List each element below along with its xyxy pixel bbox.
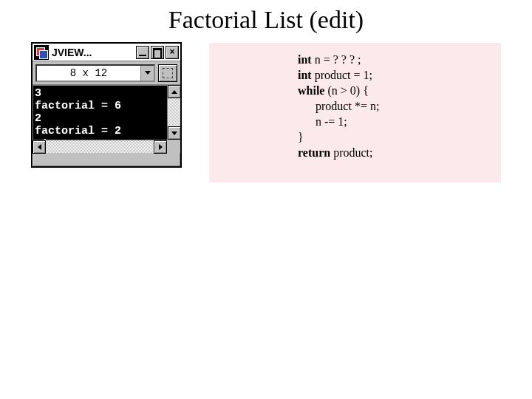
- jview-window: JVIEW... × 8 x 12 3 factorial = 6 2 fact…: [31, 42, 182, 168]
- code-text: product = 1;: [312, 69, 372, 81]
- code-line: return product;: [298, 145, 494, 160]
- code-text: product;: [330, 146, 372, 159]
- keyword: int: [298, 53, 312, 66]
- titlebar[interactable]: JVIEW... ×: [33, 44, 180, 61]
- code-line: n -= 1;: [298, 114, 494, 129]
- close-button[interactable]: ×: [166, 46, 179, 59]
- minimize-button[interactable]: [136, 46, 149, 59]
- scroll-up-button[interactable]: [168, 85, 181, 98]
- system-menu-icon[interactable]: [34, 45, 49, 60]
- keyword: return: [298, 146, 330, 159]
- font-size-value: 8 x 12: [37, 66, 140, 81]
- output-line: 3: [35, 87, 41, 100]
- code-panel: int n = ? ? ? ; int product = 1; while (…: [209, 43, 501, 183]
- code-line: }: [298, 129, 494, 145]
- output-line: factorial = 2: [35, 125, 121, 137]
- code-text: (n > 0) {: [324, 84, 368, 97]
- maximize-button[interactable]: [151, 46, 164, 59]
- scroll-right-button[interactable]: [154, 140, 167, 154]
- resize-grip[interactable]: [167, 140, 180, 153]
- output-line: 2: [35, 112, 41, 125]
- selection-tool-button[interactable]: [158, 64, 177, 82]
- keyword: int: [298, 69, 312, 81]
- font-size-dropdown[interactable]: 8 x 12: [35, 64, 155, 82]
- vertical-scrollbar[interactable]: [167, 85, 180, 140]
- scroll-down-button[interactable]: [168, 126, 181, 140]
- scroll-track-vertical[interactable]: [168, 98, 180, 126]
- scroll-track-horizontal[interactable]: [46, 140, 154, 153]
- code-text: product *= n;: [316, 100, 379, 112]
- code-line: int product = 1;: [298, 67, 494, 83]
- keyword: while: [298, 84, 324, 97]
- code-text: n = ? ? ? ;: [312, 53, 361, 66]
- code-text: }: [298, 131, 304, 143]
- code-line: int n = ? ? ? ;: [298, 52, 494, 67]
- code-text: n -= 1;: [316, 115, 347, 128]
- scroll-left-button[interactable]: [33, 140, 46, 154]
- code-line: while (n > 0) {: [298, 83, 494, 98]
- page-title: Factorial List (edit): [0, 6, 532, 34]
- chevron-down-icon[interactable]: [140, 66, 154, 81]
- code-line: product *= n;: [298, 98, 494, 114]
- console-area: 3 factorial = 6 2 factorial = 2 -1: [33, 85, 180, 153]
- output-line: factorial = 6: [35, 100, 121, 112]
- window-title: JVIEW...: [50, 47, 134, 58]
- horizontal-scrollbar[interactable]: [33, 140, 167, 153]
- toolbar: 8 x 12: [33, 61, 180, 85]
- selection-rect-icon: [163, 68, 173, 78]
